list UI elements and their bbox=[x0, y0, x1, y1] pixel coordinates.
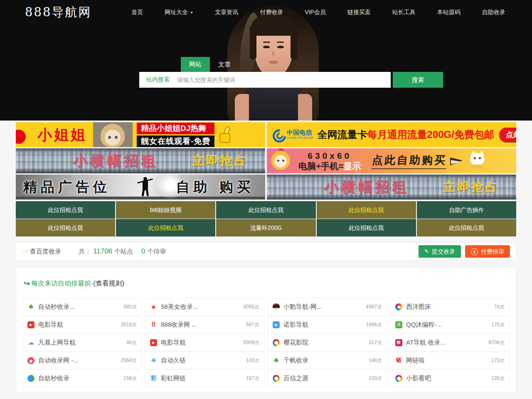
site-link[interactable]: ♣千帆收录148次 bbox=[267, 352, 387, 369]
nav-item-paid-listing[interactable]: 付费收录 bbox=[249, 0, 294, 26]
banner-xiaojiejie[interactable]: 小姐姐 精品小姐姐DJ热舞 靓女在线观看-免费 bbox=[16, 122, 265, 147]
stats-bar: ☞ 查百度收录 共： 11706 个站点 0 个待审 ✎提交收录 ¥付费快审 bbox=[16, 242, 516, 261]
baidu-check-link[interactable]: 查百度收录 bbox=[30, 248, 61, 256]
rainbow-favicon bbox=[395, 375, 402, 382]
total-sites-count: 11706 bbox=[93, 247, 112, 256]
search-input[interactable] bbox=[177, 76, 391, 83]
site-logo[interactable]: 888导航网 bbox=[25, 4, 91, 21]
ad-slot[interactable]: 此位招租点我 bbox=[16, 201, 115, 219]
nav-item-self-submit[interactable]: 自助收录 bbox=[471, 0, 516, 26]
banner-title: 小姐姐 bbox=[37, 125, 87, 145]
crosshair-favicon: ✚ bbox=[150, 357, 157, 364]
ad-slot[interactable]: bt8姐姐视频 bbox=[116, 201, 215, 219]
farmer-silhouette bbox=[138, 177, 152, 197]
arrow-forward-icon: ↪ bbox=[24, 279, 30, 288]
banner-action: 自助 购买 bbox=[176, 178, 255, 197]
club-favicon: ♣ bbox=[273, 357, 280, 364]
select-card-button[interactable]: 点此选卡 bbox=[499, 128, 516, 142]
site-link[interactable]: ▶诺影导航1866次 bbox=[267, 316, 387, 333]
rainbow-favicon bbox=[273, 375, 280, 382]
search-button[interactable]: 搜索 bbox=[393, 72, 443, 88]
site-link[interactable]: ☁凡晨上网导航46次 bbox=[22, 334, 142, 351]
ad-slot[interactable]: 此位招租点我 bbox=[317, 219, 416, 236]
tab-article[interactable]: 文章 bbox=[210, 57, 239, 72]
site-link[interactable]: 8888收录网 ...567次 bbox=[145, 316, 265, 333]
hero-section: 888导航网 首页 网址大全▼ 文章资讯 付费收录 VIP会员 链接买卖 站长工… bbox=[0, 0, 532, 121]
banner-text-red: 每月通用流量200G/免费包邮 bbox=[367, 128, 494, 141]
ad-slot[interactable]: 此位招租点我 bbox=[116, 219, 215, 236]
banner-premium-ad[interactable]: 精品广告位 自助 购买 bbox=[16, 175, 265, 200]
submit-listing-button[interactable]: ✎提交收录 bbox=[419, 245, 461, 258]
wave-favicon bbox=[27, 375, 34, 382]
tab-website[interactable]: 网站 bbox=[181, 57, 210, 72]
pointing-hand-icon: ☞ bbox=[22, 247, 29, 256]
banner-crowd-left[interactable]: 小横幅招租 立即抢占 bbox=[16, 148, 265, 173]
site-link[interactable]: ★58美女收录...9055次 bbox=[145, 298, 265, 315]
cartoon-girl-icon bbox=[268, 148, 291, 173]
site-link[interactable]: 彩彩虹网链187次 bbox=[145, 369, 265, 387]
site-link[interactable]: 小影看吧135次 bbox=[390, 369, 510, 387]
red-splash-decoration bbox=[16, 130, 26, 144]
ad-slot[interactable]: 此位招租点我 bbox=[216, 201, 315, 219]
chevron-down-icon: ▼ bbox=[190, 0, 193, 25]
site-link[interactable]: 百信之源103次 bbox=[267, 369, 387, 387]
pencil-icon: ✎ bbox=[424, 245, 429, 258]
ad-slot[interactable]: 自助广告插件 bbox=[417, 201, 516, 219]
shou-favicon: 收 bbox=[395, 339, 402, 346]
eight-favicon: 8 bbox=[150, 321, 157, 328]
site-link[interactable]: 链网链啦173次 bbox=[390, 352, 510, 369]
yen-icon: ¥ bbox=[471, 248, 478, 255]
ad-slot[interactable]: 此位招租点我 bbox=[317, 201, 416, 219]
ad-slot[interactable]: 此位招租点我 bbox=[16, 219, 115, 236]
site-link[interactable]: ▶电影导航5909次 bbox=[145, 334, 265, 351]
goose-favicon bbox=[273, 303, 280, 310]
cai-favicon: 彩 bbox=[150, 375, 157, 382]
banner-telecom[interactable]: 中国电信 CHINA TELECOM 全网流量卡 每月通用流量200G/免费包邮… bbox=[267, 122, 516, 147]
nav-item-home[interactable]: 首页 bbox=[121, 0, 154, 26]
site-link[interactable]: 西洋图床74次 bbox=[390, 298, 510, 315]
chain-favicon: 链 bbox=[395, 357, 402, 364]
nav-item-vip[interactable]: VIP会员 bbox=[294, 0, 337, 26]
banner-size-label: 630x60 bbox=[298, 150, 361, 161]
telecom-mark-icon bbox=[272, 128, 285, 141]
banner-crowd-right[interactable]: 小横幅招租 立即抢占 bbox=[267, 175, 516, 200]
site-link[interactable]: 收AT导航 收录...6706次 bbox=[390, 334, 510, 351]
site-link[interactable]: ♣自动秒收录...980次 bbox=[22, 298, 142, 315]
banner-formula-highlight: 显示 bbox=[344, 161, 361, 171]
play-favicon: ▶ bbox=[150, 339, 157, 346]
cloud-favicon: ☁ bbox=[27, 339, 34, 346]
search-bar: 站内搜索 搜索 bbox=[139, 72, 443, 88]
listing-header: ↪ 每次来访自动排最前- (查看规则) bbox=[22, 268, 510, 298]
nav-menu: 首页 网址大全▼ 文章资讯 付费收录 VIP会员 链接买卖 站长工具 本站源码 … bbox=[121, 0, 516, 26]
ad-slot[interactable]: 此位招租点我 bbox=[417, 219, 516, 236]
site-link[interactable]: 樱花影院317次 bbox=[267, 334, 387, 351]
nav-item-link-trade[interactable]: 链接买卖 bbox=[337, 0, 382, 26]
site-link[interactable]: ▶电影导航3518次 bbox=[22, 316, 142, 333]
nav-item-sites[interactable]: 网址大全▼ bbox=[154, 0, 204, 26]
site-link[interactable]: 小鹅导航-网...4987次 bbox=[267, 298, 387, 315]
banner-text-black: 全网流量卡 bbox=[318, 128, 367, 141]
site-link[interactable]: 自助秒收录156次 bbox=[22, 369, 142, 387]
play-favicon: ▶ bbox=[27, 321, 34, 328]
banner-action: 立即抢占 bbox=[443, 179, 499, 195]
ad-slot[interactable]: 流量咔200G bbox=[216, 219, 315, 236]
search-area: 网站 文章 站内搜索 搜索 bbox=[139, 57, 443, 88]
sites-grid: ♣自动秒收录...980次 ★58美女收录...9055次 小鹅导航-网...4… bbox=[22, 298, 510, 387]
banner-action: 点此自助购买 bbox=[371, 153, 447, 169]
nav-item-source-code[interactable]: 本站源码 bbox=[426, 0, 471, 26]
site-link[interactable]: 自动收录网 -...2564次 bbox=[22, 352, 142, 369]
nav-item-articles[interactable]: 文章资讯 bbox=[204, 0, 249, 26]
banner-self-purchase[interactable]: 630x60 电脑+手机=显示 点此自助购买 bbox=[267, 148, 516, 173]
paid-review-button[interactable]: ¥付费快审 bbox=[465, 245, 510, 258]
search-scope-label: 站内搜索 bbox=[139, 76, 177, 84]
site-link[interactable]: ✚自动久链143次 bbox=[145, 352, 265, 369]
view-rules-link[interactable]: (查看规则) bbox=[93, 279, 124, 288]
banner-formula: 电脑+手机=显示 bbox=[298, 161, 361, 171]
nav-item-webmaster-tools[interactable]: 站长工具 bbox=[382, 0, 426, 26]
pinwheel-favicon bbox=[395, 303, 402, 310]
site-link[interactable]: 沐QQ沐编程-...175次 bbox=[390, 316, 510, 333]
banner-action: 立即抢占 bbox=[192, 153, 248, 169]
play-favicon: ▶ bbox=[273, 321, 280, 328]
top-navbar: 888导航网 首页 网址大全▼ 文章资讯 付费收录 VIP会员 链接买卖 站长工… bbox=[0, 0, 532, 25]
site-listing-card: ↪ 每次来访自动排最前- (查看规则) ♣自动秒收录...980次 ★58美女收… bbox=[16, 267, 516, 393]
